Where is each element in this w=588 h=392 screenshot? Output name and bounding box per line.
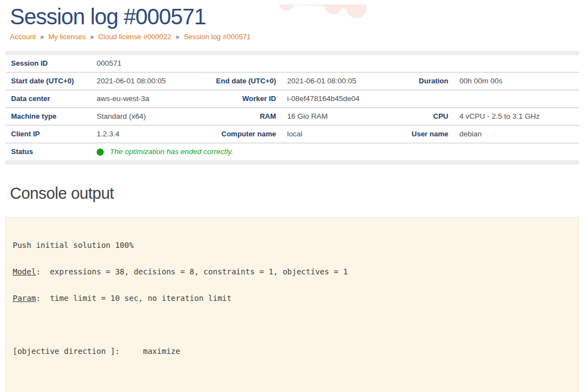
start-date-label: Start date (UTC+0) — [6, 73, 91, 89]
console-model-text: : expressions = 38, decisions = 8, const… — [36, 267, 348, 276]
console-model-keyword: Model — [13, 267, 36, 276]
client-ip-label: Client IP — [6, 126, 91, 142]
computer-name-label: Computer name — [202, 126, 282, 142]
ram-label: RAM — [202, 108, 282, 125]
session-id-label: Session ID — [6, 55, 91, 72]
end-date-value: 2021-06-01 08:00:05 — [282, 73, 367, 89]
breadcrumb-link-account[interactable]: Account — [10, 33, 36, 41]
session-log-page: Session log #000571 Account » My license… — [0, 4, 588, 392]
breadcrumb-link-session-log[interactable]: Session log #000571 — [184, 33, 251, 41]
breadcrumb-separator: » — [90, 33, 94, 41]
page-title: Session log #000571 — [10, 4, 588, 29]
breadcrumb-separator: » — [176, 33, 179, 41]
client-ip-value: 1.2.3.4 — [91, 126, 202, 142]
console-line: Push initial solution 100% — [13, 241, 572, 250]
session-id-value: 000571 — [91, 55, 579, 72]
console-line-param: Param: time limit = 10 sec, no iteration… — [13, 294, 572, 303]
user-name-value: debian — [454, 126, 579, 142]
table-top-bar — [6, 51, 579, 55]
data-center-label: Data center — [6, 91, 91, 107]
duration-value: 00h 00m 00s — [454, 73, 579, 89]
console-param-keyword: Param — [13, 294, 36, 303]
table-row-dates: Start date (UTC+0) 2021-06-01 08:00:05 E… — [6, 72, 579, 89]
table-bottom-bar — [6, 160, 579, 165]
breadcrumb-link-my-licenses[interactable]: My licenses — [48, 33, 86, 41]
table-row-client: Client IP 1.2.3.4 Computer name local Us… — [6, 125, 579, 142]
breadcrumb-separator: » — [40, 33, 44, 41]
duration-label: Duration — [367, 73, 454, 89]
console-blank-line — [13, 320, 572, 329]
console-line: [objective direction ]: maximize — [13, 347, 572, 356]
machine-type-value: Standard (x64) — [91, 108, 202, 125]
data-center-value: aws-eu-west-3a — [91, 91, 202, 107]
status-label: Status — [6, 144, 91, 160]
user-name-label: User name — [367, 126, 454, 142]
table-row-session-id: Session ID 000571 — [6, 55, 579, 72]
worker-id-value: i-08ef478164b45de04 — [282, 91, 579, 107]
status-value: The optimization has ended correctly. — [91, 144, 579, 160]
worker-id-label: Worker ID — [202, 91, 282, 107]
status-message: The optimization has ended correctly. — [110, 144, 233, 160]
console-blank-line — [13, 373, 572, 382]
end-date-label: End date (UTC+0) — [202, 73, 282, 89]
breadcrumb-link-cloud-license[interactable]: Cloud license #000022 — [98, 33, 171, 41]
status-ok-dot-icon — [97, 149, 104, 156]
console-output: Push initial solution 100% Model: expres… — [6, 217, 579, 392]
table-row-machine: Machine type Standard (x64) RAM 16 Gio R… — [6, 107, 579, 125]
computer-name-value: local — [282, 126, 367, 142]
console-output-title: Console output — [10, 184, 588, 203]
machine-type-label: Machine type — [6, 108, 91, 125]
cpu-value: 4 vCPU - 2.5 to 3.1 GHz — [454, 108, 579, 125]
breadcrumb: Account » My licenses » Cloud license #0… — [10, 33, 588, 41]
table-row-status: Status The optimization has ended correc… — [6, 142, 579, 160]
table-row-datacenter: Data center aws-eu-west-3a Worker ID i-0… — [6, 89, 579, 107]
session-info-table: Session ID 000571 Start date (UTC+0) 202… — [6, 51, 579, 165]
cpu-label: CPU — [367, 108, 454, 125]
start-date-value: 2021-06-01 08:00:05 — [91, 73, 202, 89]
console-line-model: Model: expressions = 38, decisions = 8, … — [13, 267, 572, 276]
console-param-text: : time limit = 10 sec, no iteration limi… — [36, 294, 231, 303]
ram-value: 16 Gio RAM — [282, 108, 367, 125]
